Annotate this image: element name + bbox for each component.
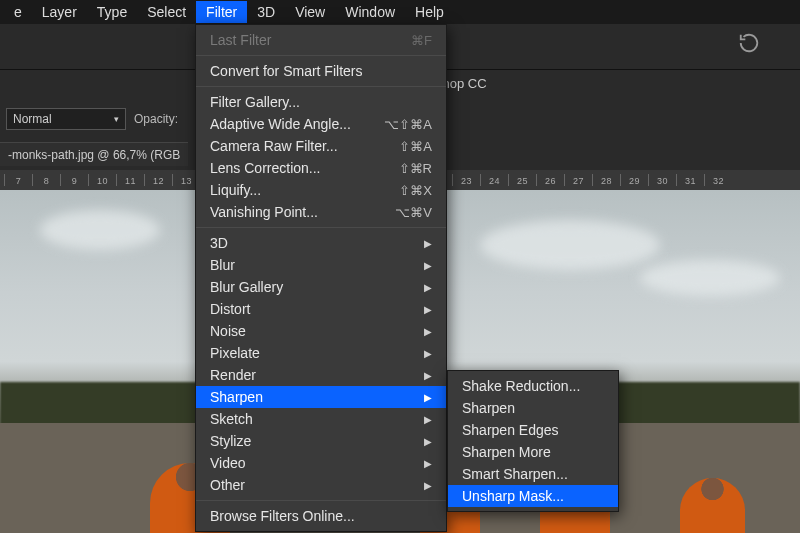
submenu-arrow-icon: ▶ [424, 414, 432, 425]
ruler-tick: 30 [648, 174, 676, 186]
menu-item-label: Blur Gallery [210, 279, 283, 295]
menu-separator [196, 227, 446, 228]
filter-menu: Last Filter ⌘F Convert for Smart Filters… [195, 24, 447, 532]
menu-item-label: Noise [210, 323, 246, 339]
menu-item-blur-gallery[interactable]: Blur Gallery▶ [196, 276, 446, 298]
refresh-icon[interactable] [738, 32, 760, 54]
menubar-item-view[interactable]: View [285, 1, 335, 23]
menu-item-label: Blur [210, 257, 235, 273]
menu-item-label: Browse Filters Online... [210, 508, 355, 524]
menu-item-last-filter[interactable]: Last Filter ⌘F [196, 29, 446, 51]
menu-item[interactable]: Vanishing Point...⌥⌘V [196, 201, 446, 223]
ruler-tick: 25 [508, 174, 536, 186]
menu-item-label: Sharpen [210, 389, 263, 405]
menubar: eLayerTypeSelectFilter3DViewWindowHelp [0, 0, 800, 24]
submenu-item-unsharp-mask-[interactable]: Unsharp Mask... [448, 485, 618, 507]
menu-item-convert-smart[interactable]: Convert for Smart Filters [196, 60, 446, 82]
menu-item-render[interactable]: Render▶ [196, 364, 446, 386]
ruler-tick: 32 [704, 174, 732, 186]
ruler-tick: 10 [88, 174, 116, 186]
menu-item-label: 3D [210, 235, 228, 251]
menu-item-label: Lens Correction... [210, 160, 321, 176]
menu-item-label: Smart Sharpen... [462, 466, 568, 482]
menubar-item-filter[interactable]: Filter [196, 1, 247, 23]
menu-item[interactable]: Camera Raw Filter...⇧⌘A [196, 135, 446, 157]
menubar-item-select[interactable]: Select [137, 1, 196, 23]
menu-item-label: Video [210, 455, 246, 471]
menu-item[interactable]: Lens Correction...⇧⌘R [196, 157, 446, 179]
menu-item-shortcut: ⇧⌘A [399, 139, 432, 154]
menu-item-stylize[interactable]: Stylize▶ [196, 430, 446, 452]
menu-item-label: Sharpen [462, 400, 515, 416]
menu-separator [196, 86, 446, 87]
submenu-arrow-icon: ▶ [424, 458, 432, 469]
ruler-tick: 24 [480, 174, 508, 186]
ruler-tick: 29 [620, 174, 648, 186]
menu-item-shortcut: ⌥⌘V [395, 205, 432, 220]
menu-item-sketch[interactable]: Sketch▶ [196, 408, 446, 430]
menu-item-label: Sharpen More [462, 444, 551, 460]
submenu-arrow-icon: ▶ [424, 326, 432, 337]
menubar-item-layer[interactable]: Layer [32, 1, 87, 23]
submenu-item-sharpen-edges[interactable]: Sharpen Edges [448, 419, 618, 441]
menubar-item-help[interactable]: Help [405, 1, 454, 23]
menu-item-label: Stylize [210, 433, 251, 449]
ruler-tick: 8 [32, 174, 60, 186]
submenu-item-sharpen[interactable]: Sharpen [448, 397, 618, 419]
submenu-arrow-icon: ▶ [424, 282, 432, 293]
menubar-item-window[interactable]: Window [335, 1, 405, 23]
menu-item-shortcut: ⇧⌘X [399, 183, 432, 198]
menu-item[interactable]: Liquify...⇧⌘X [196, 179, 446, 201]
menu-item-label: Shake Reduction... [462, 378, 580, 394]
menu-item[interactable]: Filter Gallery... [196, 91, 446, 113]
menu-item-label: Adaptive Wide Angle... [210, 116, 351, 132]
ruler-tick: 23 [452, 174, 480, 186]
submenu-item-sharpen-more[interactable]: Sharpen More [448, 441, 618, 463]
menu-item-label: Other [210, 477, 245, 493]
blend-mode-select[interactable]: Normal ▾ [6, 108, 126, 130]
menu-item-sharpen[interactable]: Sharpen▶ [196, 386, 446, 408]
menu-item-label: Sharpen Edges [462, 422, 559, 438]
submenu-arrow-icon: ▶ [424, 348, 432, 359]
menu-item-label: Unsharp Mask... [462, 488, 564, 504]
menubar-item-e[interactable]: e [4, 1, 32, 23]
menu-item-distort[interactable]: Distort▶ [196, 298, 446, 320]
ruler-tick: 11 [116, 174, 144, 186]
ruler-tick: 9 [60, 174, 88, 186]
chevron-down-icon: ▾ [114, 114, 119, 124]
menu-item-label: Filter Gallery... [210, 94, 300, 110]
submenu-arrow-icon: ▶ [424, 370, 432, 381]
submenu-arrow-icon: ▶ [424, 260, 432, 271]
menu-separator [196, 55, 446, 56]
menubar-item-type[interactable]: Type [87, 1, 137, 23]
document-tab-label: -monks-path.jpg @ 66,7% (RGB [8, 148, 180, 162]
menu-item-label: Pixelate [210, 345, 260, 361]
opacity-label: Opacity: [134, 112, 178, 126]
menu-item-shortcut: ⌥⇧⌘A [384, 117, 432, 132]
menubar-item-3d[interactable]: 3D [247, 1, 285, 23]
menu-item-browse-filters[interactable]: Browse Filters Online... [196, 505, 446, 527]
document-tab[interactable]: -monks-path.jpg @ 66,7% (RGB [0, 142, 188, 166]
menu-item-label: Liquify... [210, 182, 261, 198]
menu-item[interactable]: Adaptive Wide Angle...⌥⇧⌘A [196, 113, 446, 135]
submenu-item-smart-sharpen-[interactable]: Smart Sharpen... [448, 463, 618, 485]
menu-item-video[interactable]: Video▶ [196, 452, 446, 474]
menu-item-label: Render [210, 367, 256, 383]
submenu-item-shake-reduction-[interactable]: Shake Reduction... [448, 375, 618, 397]
menu-item-3d[interactable]: 3D▶ [196, 232, 446, 254]
menu-item-label: Convert for Smart Filters [210, 63, 362, 79]
ruler-tick: 12 [144, 174, 172, 186]
menu-item-blur[interactable]: Blur▶ [196, 254, 446, 276]
blend-row: Normal ▾ Opacity: [6, 108, 178, 130]
menu-item-pixelate[interactable]: Pixelate▶ [196, 342, 446, 364]
submenu-arrow-icon: ▶ [424, 392, 432, 403]
submenu-arrow-icon: ▶ [424, 238, 432, 249]
menu-item-other[interactable]: Other▶ [196, 474, 446, 496]
ruler-tick: 26 [536, 174, 564, 186]
menu-item-label: Sketch [210, 411, 253, 427]
ruler-tick: 28 [592, 174, 620, 186]
menu-item-noise[interactable]: Noise▶ [196, 320, 446, 342]
ruler-tick: 7 [4, 174, 32, 186]
ruler-tick: 31 [676, 174, 704, 186]
ruler-tick: 27 [564, 174, 592, 186]
